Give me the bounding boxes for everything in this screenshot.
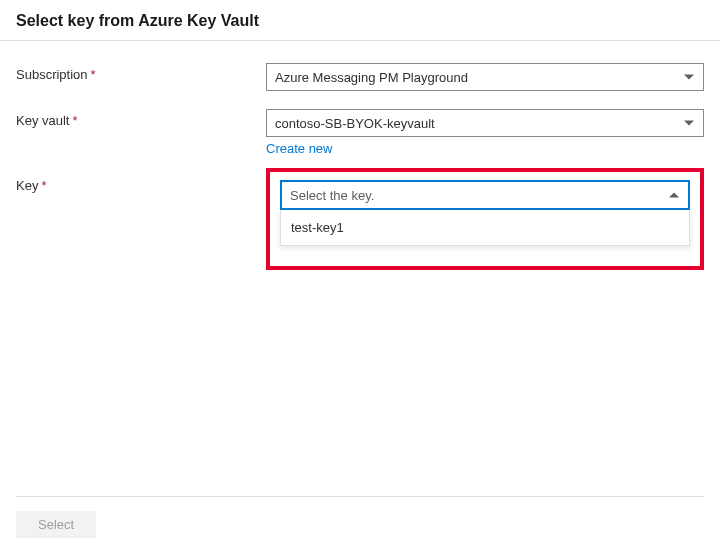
subscription-dropdown[interactable]: Azure Messaging PM Playground [266, 63, 704, 91]
required-indicator: * [91, 67, 96, 82]
keyvault-label-text: Key vault [16, 113, 69, 128]
footer: Select [0, 480, 720, 554]
key-option-test-key1[interactable]: test-key1 [281, 210, 689, 245]
create-new-link[interactable]: Create new [266, 141, 332, 156]
subscription-control: Azure Messaging PM Playground [266, 63, 704, 91]
keyvault-dropdown[interactable]: contoso-SB-BYOK-keyvault [266, 109, 704, 137]
key-row: Key* Select the key. test-key1 [16, 174, 704, 270]
key-dropdown[interactable]: Select the key. [280, 180, 690, 210]
required-indicator: * [72, 113, 77, 128]
subscription-label-text: Subscription [16, 67, 88, 82]
subscription-row: Subscription* Azure Messaging PM Playgro… [16, 63, 704, 91]
subscription-value: Azure Messaging PM Playground [275, 70, 468, 85]
key-highlight-box: Select the key. test-key1 [266, 168, 704, 270]
key-label-text: Key [16, 178, 38, 193]
select-button[interactable]: Select [16, 511, 96, 538]
page-title: Select key from Azure Key Vault [16, 12, 704, 30]
key-label: Key* [16, 174, 266, 193]
required-indicator: * [41, 178, 46, 193]
chevron-up-icon [668, 189, 680, 201]
chevron-down-icon [683, 71, 695, 83]
footer-divider [16, 496, 704, 497]
key-placeholder: Select the key. [290, 188, 374, 203]
keyvault-value: contoso-SB-BYOK-keyvault [275, 116, 435, 131]
chevron-down-icon [683, 117, 695, 129]
keyvault-row: Key vault* contoso-SB-BYOK-keyvault Crea… [16, 109, 704, 156]
subscription-label: Subscription* [16, 63, 266, 82]
key-dropdown-options: test-key1 [280, 210, 690, 246]
keyvault-control: contoso-SB-BYOK-keyvault Create new [266, 109, 704, 156]
keyvault-label: Key vault* [16, 109, 266, 128]
key-control: Select the key. test-key1 [266, 174, 704, 270]
form-content: Subscription* Azure Messaging PM Playgro… [0, 41, 720, 270]
page-header: Select key from Azure Key Vault [0, 0, 720, 40]
